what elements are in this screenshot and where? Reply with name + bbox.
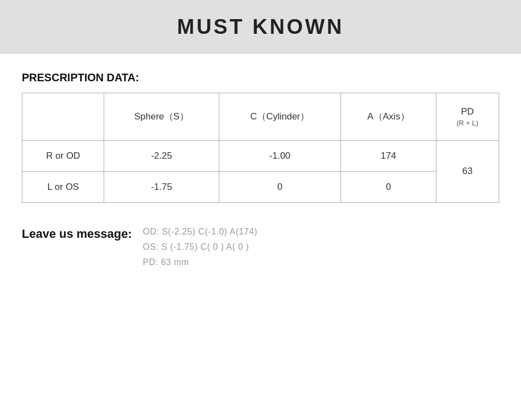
leave-message-section: Leave us message: OD: S(-2.25) C(-1.0) A… [22, 225, 499, 267]
header-banner: MUST KNOWN [0, 0, 521, 54]
col-header-cylinder: C（Cylinder） [219, 93, 341, 141]
pd-value: 63 [436, 140, 499, 202]
od-axis: 174 [341, 140, 436, 171]
col-header-sphere: Sphere（S） [104, 93, 219, 141]
prescription-section-label: PRESCRIPTION DATA: [22, 71, 499, 84]
od-sphere: -2.25 [104, 140, 219, 171]
message-line-od: OD: S(-2.25) C(-1.0) A(174) [143, 227, 257, 237]
os-sphere: -1.75 [104, 171, 219, 202]
table-header-row: Sphere（S） C（Cylinder） A（Axis） PD (R + L) [22, 93, 499, 141]
os-axis: 0 [341, 171, 436, 202]
prescription-table: Sphere（S） C（Cylinder） A（Axis） PD (R + L)… [22, 93, 499, 203]
message-line-os: OS: S (-1.75) C( 0 ) A( 0 ) [143, 242, 257, 252]
message-lines: OD: S(-2.25) C(-1.0) A(174) OS: S (-1.75… [143, 227, 257, 267]
table-row: L or OS -1.75 0 0 [22, 171, 499, 202]
od-cylinder: -1.00 [219, 140, 341, 171]
leave-message-label: Leave us message: [22, 227, 132, 241]
table-row: R or OD -2.25 -1.00 174 63 [22, 140, 499, 171]
row-label-os: L or OS [22, 171, 104, 202]
pd-sub-label: (R + L) [445, 118, 490, 128]
os-cylinder: 0 [219, 171, 341, 202]
row-label-od: R or OD [22, 140, 104, 171]
col-header-pd: PD (R + L) [436, 93, 499, 141]
content-area: PRESCRIPTION DATA: Sphere（S） C（Cylinder）… [0, 71, 521, 267]
message-line-pd: PD: 63 mm [143, 257, 257, 267]
page-title: MUST KNOWN [177, 15, 344, 38]
col-header-axis: A（Axis） [341, 93, 436, 141]
col-header-empty [22, 93, 104, 141]
pd-main-label: PD [461, 106, 474, 117]
